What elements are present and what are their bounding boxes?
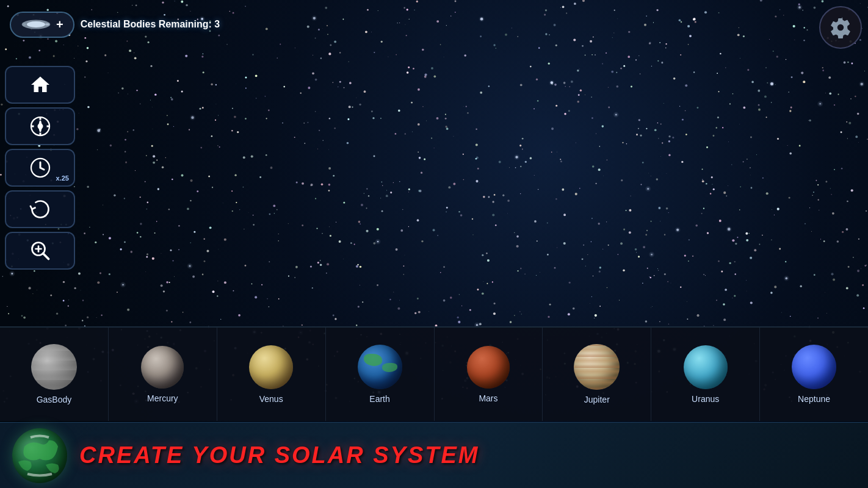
reset-button[interactable] bbox=[5, 190, 75, 228]
banner-globe bbox=[12, 428, 67, 483]
planet-item-gasbody[interactable]: GasBody bbox=[0, 328, 109, 421]
planet-item-mars[interactable]: Mars bbox=[435, 328, 543, 421]
planet-item-mercury[interactable]: Mercury bbox=[109, 328, 217, 421]
planet-item-jupiter[interactable]: Jupiter bbox=[543, 328, 651, 421]
svg-marker-11 bbox=[38, 126, 42, 132]
jupiter-label: Jupiter bbox=[584, 395, 610, 404]
venus-label: Venus bbox=[259, 394, 283, 404]
celestial-count-label: Celestial Bodies Remaining: 3 bbox=[81, 19, 220, 30]
svg-marker-10 bbox=[38, 121, 42, 126]
planet-item-earth[interactable]: Earth bbox=[326, 328, 435, 421]
mars-sphere bbox=[467, 346, 510, 389]
planet-item-uranus[interactable]: Uranus bbox=[651, 328, 760, 421]
sidebar: x.25 bbox=[0, 61, 80, 274]
compass-icon bbox=[29, 115, 51, 137]
clock-icon bbox=[29, 157, 51, 179]
time-button[interactable]: x.25 bbox=[5, 149, 75, 187]
planet-item-venus[interactable]: Venus bbox=[217, 328, 326, 421]
neptune-label: Neptune bbox=[798, 394, 830, 404]
mars-label: Mars bbox=[479, 393, 497, 403]
plus-label: + bbox=[56, 18, 63, 32]
uranus-label: Uranus bbox=[692, 394, 719, 404]
neptune-sphere bbox=[792, 345, 836, 389]
gasbody-label: GasBody bbox=[37, 395, 72, 404]
uranus-sphere bbox=[684, 345, 728, 389]
earth-sphere bbox=[358, 345, 402, 389]
svg-point-1 bbox=[27, 21, 45, 27]
svg-rect-2 bbox=[45, 23, 49, 25]
gasbody-sphere bbox=[31, 344, 77, 390]
bottom-banner: CREATE YOUR SOLAR SYSTEM bbox=[0, 422, 868, 488]
settings-button[interactable] bbox=[819, 6, 862, 49]
time-multiplier-label: x.25 bbox=[56, 174, 69, 182]
compass-button[interactable] bbox=[5, 107, 75, 145]
svg-line-14 bbox=[43, 254, 48, 259]
spacecraft-icon bbox=[21, 18, 51, 31]
planet-item-neptune[interactable]: Neptune bbox=[760, 328, 868, 421]
venus-sphere bbox=[249, 345, 293, 389]
mercury-label: Mercury bbox=[147, 393, 178, 403]
reset-icon bbox=[29, 198, 51, 220]
globe-map bbox=[12, 428, 67, 483]
planet-tray: GasBody Mercury Venus Earth Mars Jupiter bbox=[0, 326, 868, 421]
mercury-sphere bbox=[141, 346, 184, 389]
home-icon bbox=[29, 74, 51, 96]
app-container: + Celestial Bodies Remaining: 3 bbox=[0, 0, 868, 488]
jupiter-sphere bbox=[574, 344, 620, 390]
home-button[interactable] bbox=[5, 66, 75, 104]
add-spacecraft-button[interactable]: + bbox=[10, 12, 74, 38]
earth-label: Earth bbox=[369, 394, 389, 404]
header-bar: + Celestial Bodies Remaining: 3 bbox=[0, 0, 868, 49]
zoom-button[interactable] bbox=[5, 232, 75, 270]
settings-icon bbox=[830, 16, 852, 38]
banner-text: CREATE YOUR SOLAR SYSTEM bbox=[79, 442, 479, 468]
zoom-icon bbox=[29, 240, 51, 262]
